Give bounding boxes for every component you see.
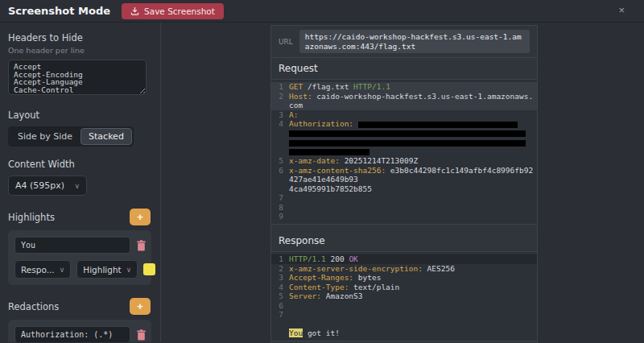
content-width-value: A4 (595px) bbox=[15, 180, 64, 191]
code-token: Content-Type: bbox=[289, 283, 349, 291]
headers-to-hide-label: Headers to Hide bbox=[8, 32, 151, 43]
line-number: 9 bbox=[271, 212, 289, 221]
line-number: 1 bbox=[271, 254, 289, 264]
line-number bbox=[271, 184, 289, 194]
main-area: URL https://caido-workshop-hackfest.s3.u… bbox=[161, 23, 644, 342]
code-text bbox=[289, 129, 537, 138]
headers-to-hide-textarea[interactable]: Accept Accept-Encoding Accept-Language C… bbox=[8, 60, 147, 95]
code-line bbox=[271, 129, 537, 138]
code-line: You got it! bbox=[271, 329, 537, 338]
response-editor[interactable]: 1HTTP/1.1 200 OK2x-amz-server-side-encry… bbox=[271, 252, 537, 341]
code-token: bytes bbox=[353, 273, 381, 282]
add-redaction-button[interactable]: + bbox=[130, 298, 151, 315]
code-token: Server: bbox=[289, 291, 321, 300]
code-token: A: bbox=[289, 110, 298, 119]
highlight-style-select[interactable]: Highlight ∨ bbox=[76, 260, 138, 279]
code-line: 2x-amz-server-side-encryption: AES256 bbox=[271, 264, 537, 274]
highlight-style-value: Highlight bbox=[83, 265, 121, 275]
content-width-label: Content Width bbox=[8, 159, 151, 170]
code-token: Host: bbox=[289, 92, 312, 101]
code-token: OK bbox=[349, 254, 357, 263]
content-width-select[interactable]: A4 (595px) ∨ bbox=[8, 176, 87, 196]
code-text: Server: AmazonS3 bbox=[289, 291, 537, 301]
trash-icon[interactable] bbox=[136, 329, 147, 341]
code-text bbox=[289, 193, 537, 203]
code-text: x-amz-content-sha256: e3b0c44298fc1c149a… bbox=[289, 166, 537, 184]
line-number: 6 bbox=[271, 301, 289, 311]
url-value[interactable]: https://caido-workshop-hackfest.s3.us-ea… bbox=[299, 30, 530, 53]
code-token: HTTP/1.1 bbox=[289, 254, 326, 263]
code-token: caido-workshop-hackfest.s3.us-east-1.ama… bbox=[289, 92, 533, 110]
line-number bbox=[271, 329, 289, 338]
code-text bbox=[289, 203, 537, 213]
line-number: 7 bbox=[271, 193, 289, 203]
layout-option-stacked[interactable]: Stacked bbox=[80, 128, 132, 145]
code-token: You bbox=[289, 329, 303, 337]
line-number bbox=[271, 129, 289, 138]
line-number: 4 bbox=[271, 119, 289, 129]
code-line bbox=[271, 138, 537, 147]
add-highlight-button[interactable]: + bbox=[130, 209, 151, 225]
code-text: x-amz-date: 20251214T213009Z bbox=[289, 156, 537, 166]
code-token: 200 bbox=[326, 254, 349, 263]
chevron-down-icon: ∨ bbox=[126, 266, 132, 274]
close-icon[interactable]: × bbox=[618, 5, 625, 16]
code-text: Accept-Ranges: bytes bbox=[289, 273, 537, 283]
line-number: 8 bbox=[271, 203, 289, 213]
redactions-header: Redactions + bbox=[8, 298, 151, 315]
page-body: Headers to Hide One header per line Acce… bbox=[0, 23, 644, 342]
highlight-scope-value: Respo... bbox=[21, 265, 55, 275]
code-text: You got it! bbox=[289, 329, 537, 338]
code-token: HTTP/1.1 bbox=[353, 82, 390, 91]
line-number bbox=[271, 320, 289, 329]
code-line: 4Content-Type: text/plain bbox=[271, 283, 537, 292]
line-number: 7 bbox=[271, 310, 289, 320]
code-text: Host: caido-workshop-hackfest.s3.us-east… bbox=[289, 92, 537, 110]
preview-panel: URL https://caido-workshop-hackfest.s3.u… bbox=[270, 25, 538, 343]
url-label: URL bbox=[279, 38, 293, 46]
line-number: 4 bbox=[271, 283, 289, 292]
highlight-color-swatch[interactable] bbox=[143, 263, 155, 275]
code-text: x-amz-server-side-encryption: AES256 bbox=[289, 264, 537, 274]
line-number: 2 bbox=[271, 92, 289, 110]
redacted-bar bbox=[358, 122, 518, 128]
code-line: 8 bbox=[271, 203, 537, 213]
layout-label: Layout bbox=[8, 110, 151, 121]
highlight-pattern-input[interactable] bbox=[14, 237, 130, 254]
code-token: text/plain bbox=[349, 283, 399, 291]
line-number: 1 bbox=[271, 82, 289, 92]
code-text: HTTP/1.1 200 OK bbox=[289, 254, 537, 264]
code-line: 3Accept-Ranges: bytes bbox=[271, 273, 537, 283]
chevron-down-icon: ∨ bbox=[60, 266, 65, 274]
redacted-bar bbox=[289, 149, 369, 155]
code-text bbox=[289, 212, 537, 221]
topbar: Screenshot Mode Save Screenshot × bbox=[0, 0, 644, 23]
line-number: 3 bbox=[271, 273, 289, 283]
code-text bbox=[289, 301, 537, 311]
save-screenshot-button[interactable]: Save Screenshot bbox=[122, 3, 224, 19]
save-screenshot-label: Save Screenshot bbox=[144, 6, 215, 16]
code-token: Authorization: bbox=[289, 119, 353, 128]
code-token: AES256 bbox=[423, 264, 455, 273]
code-line: 6x-amz-content-sha256: e3b0c44298fc1c149… bbox=[271, 166, 537, 184]
line-number: 2 bbox=[271, 264, 289, 274]
redaction-pattern-input[interactable] bbox=[14, 326, 130, 342]
code-line: 2Host: caido-workshop-hackfest.s3.us-eas… bbox=[271, 92, 537, 110]
trash-icon[interactable] bbox=[136, 240, 147, 251]
response-section-title: Response bbox=[271, 230, 537, 252]
highlight-scope-select[interactable]: Respo... ∨ bbox=[14, 260, 71, 279]
code-line: 7 bbox=[271, 310, 537, 320]
code-line: 6 bbox=[271, 301, 537, 311]
code-token: x-amz-content-sha256: bbox=[289, 166, 386, 175]
chevron-down-icon: ∨ bbox=[74, 182, 80, 190]
code-line: 5x-amz-date: 20251214T213009Z bbox=[271, 156, 537, 166]
code-token: AmazonS3 bbox=[321, 291, 362, 300]
code-text bbox=[289, 138, 537, 147]
layout-option-side-by-side[interactable]: Side by Side bbox=[10, 128, 80, 145]
code-line: 4Authorization: bbox=[271, 119, 537, 129]
code-line: 4ca495991b7852b855 bbox=[271, 184, 537, 194]
highlights-header: Highlights + bbox=[8, 209, 151, 225]
request-editor[interactable]: 1GET /flag.txt HTTP/1.12Host: caido-work… bbox=[271, 80, 537, 224]
highlights-label: Highlights bbox=[8, 212, 55, 223]
line-number: 3 bbox=[271, 110, 289, 120]
